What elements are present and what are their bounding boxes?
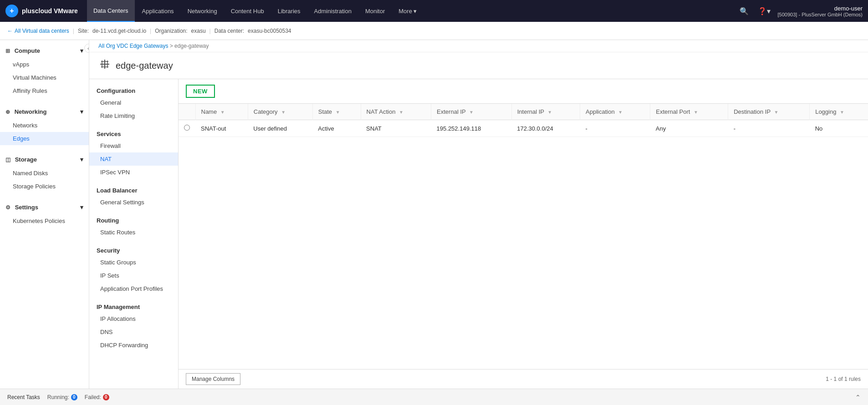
external-port-filter-icon[interactable]: ▼ bbox=[694, 110, 698, 115]
sidebar-section-compute: ⊞ Compute ▾ vApps Virtual Machines Affin… bbox=[0, 40, 89, 101]
nav-item-more[interactable]: More ▾ bbox=[392, 0, 423, 22]
table-header-row: Name ▼ Category ▼ State ▼ bbox=[179, 104, 868, 120]
config-item-ip-allocations[interactable]: IP Allocations bbox=[89, 312, 178, 325]
config-item-rate-limiting[interactable]: Rate Limiting bbox=[89, 109, 178, 122]
nav-item-data-centers[interactable]: Data Centers bbox=[87, 0, 135, 22]
divider-2: | bbox=[209, 28, 211, 34]
config-item-app-port-profiles[interactable]: Application Port Profiles bbox=[89, 282, 178, 295]
nat-action-filter-icon[interactable]: ▼ bbox=[399, 110, 403, 115]
help-button[interactable]: ❓▾ bbox=[756, 5, 772, 17]
config-item-nat[interactable]: NAT bbox=[89, 152, 178, 166]
failed-label: Failed: bbox=[85, 394, 101, 400]
bottom-bar-collapse-button[interactable]: ⌃ bbox=[855, 394, 861, 401]
state-filter-icon[interactable]: ▼ bbox=[336, 110, 340, 115]
logging-filter-icon[interactable]: ▼ bbox=[840, 110, 844, 115]
page-title: edge-gateway bbox=[116, 61, 173, 71]
config-sidebar: Configuration General Rate Limiting Serv… bbox=[89, 79, 179, 389]
nav-items: Data Centers Applications Networking Con… bbox=[87, 0, 738, 22]
col-header-destination-ip: Destination IP ▼ bbox=[728, 104, 810, 120]
sidebar-section-settings: ⚙ Settings ▾ Kubernetes Policies bbox=[0, 197, 89, 231]
nav-item-networking[interactable]: Networking bbox=[181, 0, 224, 22]
search-button[interactable]: 🔍 bbox=[738, 5, 751, 17]
cell-internal-ip: 172.30.0.0/24 bbox=[511, 120, 580, 137]
sidebar-header-storage[interactable]: ◫ Storage ▾ bbox=[0, 152, 89, 167]
nav-item-monitor[interactable]: Monitor bbox=[359, 0, 391, 22]
config-section-configuration: Configuration bbox=[89, 83, 178, 96]
page-header: edge-gateway bbox=[89, 52, 868, 79]
storage-chevron-icon: ▾ bbox=[80, 156, 83, 163]
sidebar-header-networking[interactable]: ⊕ Networking ▾ bbox=[0, 105, 89, 119]
sidebar-item-storage-policies[interactable]: Storage Policies bbox=[0, 180, 89, 193]
application-filter-icon[interactable]: ▼ bbox=[618, 110, 623, 115]
networking-chevron-icon: ▾ bbox=[80, 108, 83, 115]
cell-application: - bbox=[580, 120, 650, 137]
breadcrumb-bar: ← All Virtual data centers | Site: de-11… bbox=[0, 22, 868, 40]
sidebar-header-settings[interactable]: ⚙ Settings ▾ bbox=[0, 200, 89, 214]
external-ip-filter-icon[interactable]: ▼ bbox=[469, 110, 474, 115]
cell-name: SNAT-out bbox=[195, 120, 248, 137]
nav-item-content-hub[interactable]: Content Hub bbox=[225, 0, 271, 22]
nat-table: Name ▼ Category ▼ State ▼ bbox=[179, 104, 868, 137]
sidebar-item-vapps[interactable]: vApps bbox=[0, 58, 89, 71]
config-item-ip-sets[interactable]: IP Sets bbox=[89, 269, 178, 282]
row-checkbox[interactable] bbox=[179, 120, 195, 137]
main-content: NEW Name ▼ bbox=[179, 79, 868, 389]
user-info[interactable]: demo-user [500903] - PlusServer GmbH (De… bbox=[778, 5, 863, 17]
nav-item-applications[interactable]: Applications bbox=[136, 0, 180, 22]
toolbar: NEW bbox=[179, 79, 868, 104]
config-section-security: Security bbox=[89, 243, 178, 256]
sidebar-item-affinity-rules[interactable]: Affinity Rules bbox=[0, 84, 89, 97]
internal-ip-filter-icon[interactable]: ▼ bbox=[547, 110, 552, 115]
table-row[interactable]: SNAT-out User defined Active SNAT 195.25… bbox=[179, 120, 868, 137]
settings-icon: ⚙ bbox=[5, 204, 10, 211]
col-header-state: State ▼ bbox=[312, 104, 361, 120]
bottom-bar: Recent Tasks Running: 0 Failed: 0 ⌃ bbox=[0, 389, 868, 405]
all-edge-gateways-link[interactable]: All Org VDC Edge Gateways bbox=[98, 43, 168, 49]
row-select-radio[interactable] bbox=[184, 125, 190, 131]
content-area: All Org VDC Edge Gateways > edge-gateway… bbox=[89, 40, 868, 389]
main-layout: « ⊞ Compute ▾ vApps Virtual Machines Aff… bbox=[0, 40, 868, 389]
site-value: de-11.vcd.get-cloud.io bbox=[92, 28, 146, 34]
name-filter-icon[interactable]: ▼ bbox=[220, 110, 225, 115]
sidebar-item-networks[interactable]: Networks bbox=[0, 119, 89, 132]
nav-right: 🔍 ❓▾ demo-user [500903] - PlusServer Gmb… bbox=[738, 5, 863, 17]
sidebar-section-networking: ⊕ Networking ▾ Networks Edges bbox=[0, 101, 89, 149]
select-all-header bbox=[179, 104, 195, 120]
config-item-dhcp-forwarding[interactable]: DHCP Forwarding bbox=[89, 339, 178, 352]
config-item-static-groups[interactable]: Static Groups bbox=[89, 256, 178, 269]
config-item-firewall[interactable]: Firewall bbox=[89, 139, 178, 152]
new-button[interactable]: NEW bbox=[186, 85, 215, 98]
dc-label: Data center: bbox=[214, 28, 244, 34]
path-breadcrumb: All Org VDC Edge Gateways > edge-gateway bbox=[89, 40, 868, 52]
sidebar-item-named-disks[interactable]: Named Disks bbox=[0, 167, 89, 180]
sidebar-item-kubernetes-policies[interactable]: Kubernetes Policies bbox=[0, 214, 89, 228]
compute-chevron-icon: ▾ bbox=[80, 47, 83, 54]
sidebar-header-compute[interactable]: ⊞ Compute ▾ bbox=[0, 44, 89, 58]
gateway-icon bbox=[98, 58, 111, 73]
destination-ip-filter-icon[interactable]: ▼ bbox=[774, 110, 779, 115]
cell-category: User defined bbox=[248, 120, 312, 137]
cell-nat-action: SNAT bbox=[361, 120, 431, 137]
running-label: Running: bbox=[47, 394, 69, 400]
cell-logging: No bbox=[810, 120, 868, 137]
back-to-vdc-link[interactable]: ← All Virtual data centers bbox=[7, 28, 69, 34]
running-status: Running: 0 bbox=[47, 394, 77, 400]
nav-item-libraries[interactable]: Libraries bbox=[271, 0, 307, 22]
category-filter-icon[interactable]: ▼ bbox=[281, 110, 286, 115]
sidebar-item-virtual-machines[interactable]: Virtual Machines bbox=[0, 71, 89, 84]
config-item-ipsec-vpn[interactable]: IPSec VPN bbox=[89, 166, 178, 179]
config-item-general[interactable]: General bbox=[89, 96, 178, 109]
compute-icon: ⊞ bbox=[5, 48, 10, 54]
config-section-load-balancer: Load Balancer bbox=[89, 182, 178, 196]
table-footer: Manage Columns 1 - 1 of 1 rules bbox=[179, 369, 868, 389]
logo-area[interactable]: + pluscloud VMware bbox=[5, 5, 78, 17]
left-sidebar: « ⊞ Compute ▾ vApps Virtual Machines Aff… bbox=[0, 40, 89, 389]
sidebar-item-edges[interactable]: Edges bbox=[0, 132, 89, 145]
failed-status: Failed: 0 bbox=[85, 394, 109, 400]
nav-item-administration[interactable]: Administration bbox=[308, 0, 358, 22]
config-item-dns[interactable]: DNS bbox=[89, 325, 178, 339]
col-header-category: Category ▼ bbox=[248, 104, 312, 120]
config-item-general-settings[interactable]: General Settings bbox=[89, 196, 178, 209]
config-item-static-routes[interactable]: Static Routes bbox=[89, 226, 178, 239]
manage-columns-button[interactable]: Manage Columns bbox=[186, 373, 240, 385]
